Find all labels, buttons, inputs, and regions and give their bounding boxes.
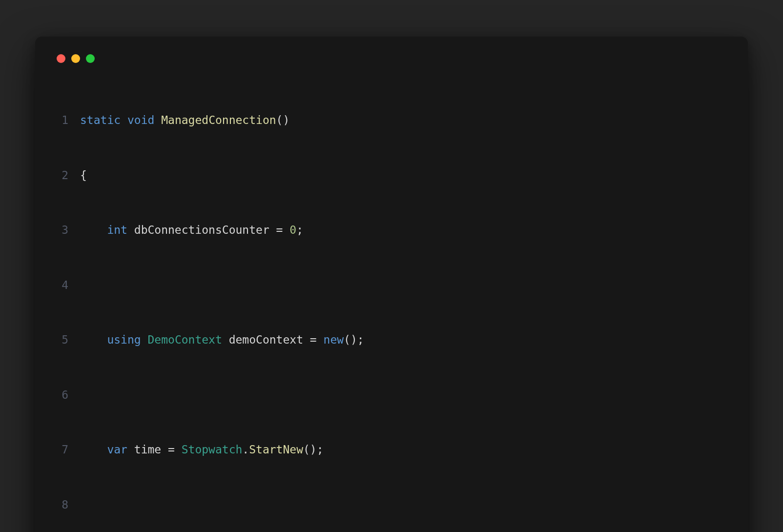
code-line: 7 var time = Stopwatch.StartNew(); xyxy=(55,441,728,459)
code-window: 1static void ManagedConnection() 2{ 3 in… xyxy=(35,37,748,532)
code-line: 2{ xyxy=(55,166,728,185)
code-source: static void ManagedConnection() xyxy=(80,111,289,130)
code-line: 6 xyxy=(55,386,728,405)
line-number: 6 xyxy=(55,386,80,405)
line-number: 1 xyxy=(55,111,80,130)
line-number: 7 xyxy=(55,441,80,459)
line-number: 5 xyxy=(55,331,80,349)
code-source: int dbConnectionsCounter = 0; xyxy=(80,221,303,240)
code-source: { xyxy=(80,166,87,185)
code-line: 3 int dbConnectionsCounter = 0; xyxy=(55,221,728,240)
line-number: 3 xyxy=(55,221,80,240)
code-line: 8 xyxy=(55,496,728,514)
code-line: 1static void ManagedConnection() xyxy=(55,111,728,130)
code-block[interactable]: 1static void ManagedConnection() 2{ 3 in… xyxy=(55,75,728,532)
close-icon[interactable] xyxy=(57,54,65,63)
window-titlebar xyxy=(55,51,728,75)
code-line: 4 xyxy=(55,276,728,295)
code-line: 5 using DemoContext demoContext = new(); xyxy=(55,331,728,349)
zoom-icon[interactable] xyxy=(86,54,95,63)
code-source: var time = Stopwatch.StartNew(); xyxy=(80,441,324,459)
code-source: using DemoContext demoContext = new(); xyxy=(80,331,364,349)
minimize-icon[interactable] xyxy=(71,54,80,63)
line-number: 2 xyxy=(55,166,80,185)
line-number: 8 xyxy=(55,496,80,514)
line-number: 4 xyxy=(55,276,80,295)
